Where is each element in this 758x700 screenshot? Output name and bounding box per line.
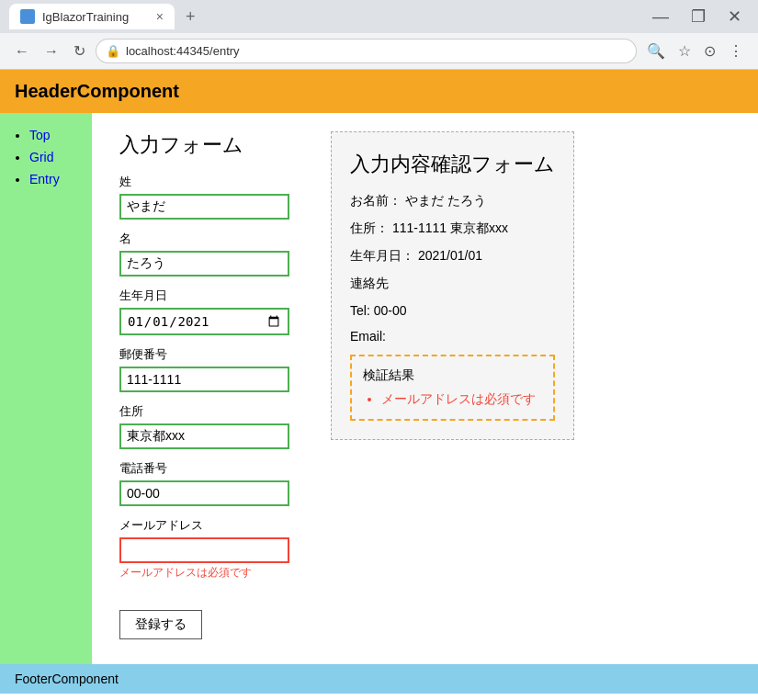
form-group-phone: 電話番号 <box>119 460 303 506</box>
app-body: Top Grid Entry 入力フォーム 姓 名 <box>0 113 758 664</box>
main-content: 入力フォーム 姓 名 生年月日 郵便番号 <box>92 113 758 664</box>
validation-box: 検証結果 メールアドレスは必須です <box>350 355 555 421</box>
input-form: 入力フォーム 姓 名 生年月日 郵便番号 <box>119 131 303 639</box>
confirm-address-value: 111-1111 東京都xxx <box>392 220 508 235</box>
postal-code-input[interactable] <box>119 367 289 392</box>
menu-icon[interactable]: ⋮ <box>725 39 747 63</box>
bookmark-icon[interactable]: ☆ <box>674 39 695 63</box>
confirm-tel-value: 00-00 <box>374 303 407 318</box>
submit-button[interactable]: 登録する <box>119 610 202 639</box>
input-form-title: 入力フォーム <box>119 131 303 159</box>
confirm-address: 住所： 111-1111 東京都xxx <box>350 220 555 237</box>
sidebar-nav: Top Grid Entry <box>15 128 77 186</box>
validation-title: 検証結果 <box>363 367 542 384</box>
window-controls: — ❐ ✕ <box>645 6 749 27</box>
confirm-birthdate: 生年月日： 2021/01/01 <box>350 248 555 265</box>
form-group-email: メールアドレス メールアドレスは必須です <box>119 517 303 581</box>
email-label: メールアドレス <box>119 517 303 534</box>
form-group-postal-code: 郵便番号 <box>119 346 303 392</box>
sidebar-item-entry[interactable]: Entry <box>29 172 77 186</box>
header-title: HeaderComponent <box>15 81 179 101</box>
back-button[interactable]: ← <box>11 40 33 63</box>
new-tab-button[interactable]: + <box>175 2 207 32</box>
app-header: HeaderComponent <box>0 70 758 113</box>
sidebar-item-top[interactable]: Top <box>29 128 77 142</box>
close-button[interactable]: ✕ <box>720 6 749 27</box>
form-group-birth-date: 生年月日 <box>119 288 303 335</box>
tab-close-icon[interactable]: × <box>156 9 164 24</box>
browser-tab[interactable]: IgBlazorTraining × <box>9 4 175 29</box>
confirm-name: お名前： やまだ たろう <box>350 193 555 209</box>
confirm-name-label: お名前： <box>350 193 402 208</box>
form-group-address: 住所 <box>119 403 303 449</box>
minimize-button[interactable]: — <box>645 6 676 27</box>
address-label: 住所 <box>119 403 303 420</box>
sidebar-link-grid[interactable]: Grid <box>29 150 53 164</box>
lock-icon: 🔒 <box>106 44 120 58</box>
footer-title: FooterComponent <box>15 672 119 686</box>
form-group-last-name: 姓 <box>119 174 303 220</box>
confirm-birthdate-value: 2021/01/01 <box>418 248 482 263</box>
confirm-panel: 入力内容確認フォーム お名前： やまだ たろう 住所： 111-1111 東京都… <box>331 131 574 440</box>
last-name-input[interactable] <box>119 194 289 220</box>
birth-date-label: 生年月日 <box>119 288 303 304</box>
confirm-title: 入力内容確認フォーム <box>350 151 555 178</box>
maximize-button[interactable]: ❐ <box>684 6 713 27</box>
validation-error-list: メールアドレスは必須です <box>363 391 542 408</box>
sidebar: Top Grid Entry <box>0 113 92 664</box>
confirm-name-value: やまだ たろう <box>405 193 486 208</box>
sidebar-link-entry[interactable]: Entry <box>29 172 60 186</box>
confirm-tel: Tel: 00-00 <box>350 303 555 318</box>
confirm-birthdate-label: 生年月日： <box>350 248 414 263</box>
address-actions: 🔍 ☆ ⊙ ⋮ <box>643 39 747 63</box>
forward-button[interactable]: → <box>40 40 62 63</box>
title-bar: IgBlazorTraining × + — ❐ ✕ <box>0 0 758 33</box>
email-input[interactable] <box>119 537 289 563</box>
first-name-label: 名 <box>119 231 303 247</box>
sidebar-item-grid[interactable]: Grid <box>29 150 77 164</box>
birth-date-input[interactable] <box>119 308 289 335</box>
confirm-contact-title: 連絡先 <box>350 276 555 292</box>
phone-label: 電話番号 <box>119 460 303 477</box>
validation-error-item: メールアドレスは必須です <box>381 391 542 408</box>
last-name-label: 姓 <box>119 174 303 190</box>
email-error-text: メールアドレスは必須です <box>119 565 303 581</box>
confirm-email-label: Email: <box>350 329 555 344</box>
confirm-tel-label: Tel: <box>350 303 370 318</box>
app-footer: FooterComponent <box>0 664 758 694</box>
search-icon[interactable]: 🔍 <box>643 39 669 63</box>
address-bar: ← → ↻ 🔒 localhost:44345/entry 🔍 ☆ ⊙ ⋮ <box>0 33 758 69</box>
confirm-address-label: 住所： <box>350 220 389 235</box>
first-name-input[interactable] <box>119 251 289 277</box>
profile-icon[interactable]: ⊙ <box>700 39 719 63</box>
address-input[interactable] <box>119 423 289 449</box>
tab-favicon <box>20 9 35 24</box>
postal-code-label: 郵便番号 <box>119 346 303 363</box>
address-text: localhost:44345/entry <box>126 44 240 58</box>
tab-title: IgBlazorTraining <box>42 10 149 24</box>
address-input-container[interactable]: 🔒 localhost:44345/entry <box>96 40 636 62</box>
form-group-first-name: 名 <box>119 231 303 277</box>
phone-input[interactable] <box>119 480 289 506</box>
reload-button[interactable]: ↻ <box>70 39 89 63</box>
sidebar-link-top[interactable]: Top <box>29 128 51 142</box>
browser-chrome: IgBlazorTraining × + — ❐ ✕ ← → ↻ 🔒 local… <box>0 0 758 70</box>
